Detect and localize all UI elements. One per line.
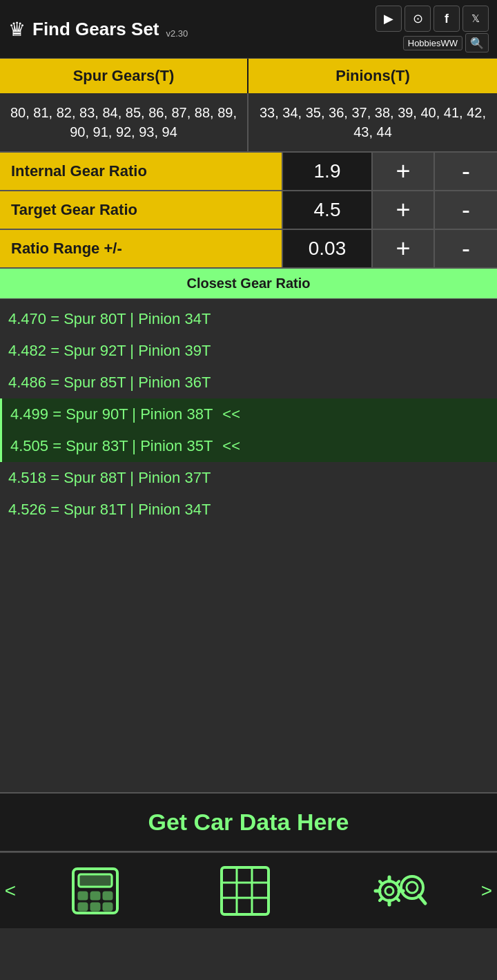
result-item-1[interactable]: 4.482 = Spur 92T | Pinion 39T <box>0 335 497 367</box>
gear-search-nav-button[interactable] <box>360 856 436 925</box>
result-text-2: 4.486 = Spur 85T | Pinion 36T <box>8 374 211 392</box>
calculator-nav-button[interactable] <box>61 856 130 925</box>
get-car-data-label: Get Car Data Here <box>148 809 349 835</box>
svg-point-15 <box>385 887 393 895</box>
spur-values: 80, 81, 82, 83, 84, 85, 86, 87, 88, 89, … <box>0 93 248 151</box>
svg-rect-1 <box>79 874 112 887</box>
ratio-range-label: Ratio Range +/- <box>0 230 283 267</box>
result-text-0: 4.470 = Spur 80T | Pinion 34T <box>8 310 211 328</box>
target-gear-ratio-label: Target Gear Ratio <box>0 191 283 229</box>
svg-rect-6 <box>79 903 87 910</box>
header-right: ▶ ⊙ f 𝕏 HobbiesWW 🔍 <box>376 6 489 52</box>
nav-right-arrow[interactable]: > <box>476 853 497 929</box>
result-text-1: 4.482 = Spur 92T | Pinion 39T <box>8 342 211 360</box>
result-text-4: 4.505 = Spur 83T | Pinion 35T <box>10 437 213 455</box>
result-item-0[interactable]: 4.470 = Spur 80T | Pinion 34T <box>0 303 497 335</box>
spacer <box>0 530 497 792</box>
svg-line-22 <box>396 881 399 884</box>
bottom-nav: < <box>0 852 497 928</box>
result-chevron-4: << <box>222 437 240 455</box>
result-chevron-3: << <box>222 405 240 423</box>
target-gear-ratio-row: Target Gear Ratio 4.5 + - <box>0 191 497 230</box>
target-gear-ratio-minus-button[interactable]: - <box>435 191 497 229</box>
nav-icons <box>21 853 476 928</box>
result-item-4[interactable]: 4.505 = Spur 83T | Pinion 35T<< <box>0 430 497 462</box>
svg-point-25 <box>407 882 418 893</box>
ratio-range-minus-button[interactable]: - <box>435 230 497 267</box>
nav-left-arrow[interactable]: < <box>0 853 21 929</box>
header-left: ♛ Find Gears Set v2.30 <box>8 18 188 41</box>
result-text-5: 4.518 = Spur 88T | Pinion 37T <box>8 469 211 487</box>
search-button[interactable]: 🔍 <box>465 33 489 52</box>
svg-line-20 <box>380 881 382 884</box>
internal-gear-ratio-row: Internal Gear Ratio 1.9 + - <box>0 153 497 191</box>
pinion-values: 33, 34, 35, 36, 37, 38, 39, 40, 41, 42, … <box>248 93 497 151</box>
facebook-icon[interactable]: f <box>433 6 460 32</box>
svg-line-26 <box>419 896 425 903</box>
grid-nav-button[interactable] <box>211 856 280 925</box>
twitter-icon[interactable]: 𝕏 <box>462 6 489 32</box>
internal-gear-ratio-label: Internal Gear Ratio <box>0 153 283 190</box>
ratio-range-plus-button[interactable]: + <box>373 230 435 267</box>
svg-rect-9 <box>222 867 269 914</box>
target-gear-ratio-value: 4.5 <box>283 191 373 229</box>
result-item-3[interactable]: 4.499 = Spur 90T | Pinion 38T<< <box>0 398 497 430</box>
gear-table-header: Spur Gears(T) Pinions(T) <box>0 59 497 93</box>
svg-line-23 <box>380 898 382 901</box>
target-gear-ratio-plus-button[interactable]: + <box>373 191 435 229</box>
pinions-header: Pinions(T) <box>248 59 497 93</box>
social-icons: ▶ ⊙ f 𝕏 <box>376 6 489 32</box>
app-header: ♛ Find Gears Set v2.30 ▶ ⊙ f 𝕏 HobbiesWW… <box>0 0 497 59</box>
crown-icon: ♛ <box>8 18 26 41</box>
svg-rect-3 <box>79 892 87 899</box>
svg-rect-5 <box>104 892 112 899</box>
svg-line-21 <box>396 898 399 901</box>
ratio-range-row: Ratio Range +/- 0.03 + - <box>0 230 497 269</box>
brand-label: HobbiesWW <box>403 36 462 50</box>
svg-rect-8 <box>104 903 112 910</box>
internal-gear-ratio-value: 1.9 <box>283 153 373 190</box>
get-car-data-button[interactable]: Get Car Data Here <box>0 792 497 852</box>
result-item-2[interactable]: 4.486 = Spur 85T | Pinion 36T <box>0 367 497 398</box>
result-item-5[interactable]: 4.518 = Spur 88T | Pinion 37T <box>0 462 497 494</box>
brand-row: HobbiesWW 🔍 <box>403 33 489 52</box>
gear-values-row: 80, 81, 82, 83, 84, 85, 86, 87, 88, 89, … <box>0 93 497 153</box>
ratio-range-value: 0.03 <box>283 230 373 267</box>
instagram-icon[interactable]: ⊙ <box>405 6 431 32</box>
results-list: 4.470 = Spur 80T | Pinion 34T4.482 = Spu… <box>0 299 497 530</box>
internal-gear-ratio-plus-button[interactable]: + <box>373 153 435 190</box>
closest-gear-ratio-header: Closest Gear Ratio <box>0 269 497 299</box>
svg-rect-4 <box>91 892 99 899</box>
result-item-6[interactable]: 4.526 = Spur 81T | Pinion 34T <box>0 494 497 526</box>
result-text-3: 4.499 = Spur 90T | Pinion 38T <box>10 405 213 423</box>
spur-gears-header: Spur Gears(T) <box>0 59 248 93</box>
svg-rect-7 <box>91 903 99 910</box>
result-text-6: 4.526 = Spur 81T | Pinion 34T <box>8 501 211 519</box>
app-title: Find Gears Set <box>32 19 159 40</box>
internal-gear-ratio-minus-button[interactable]: - <box>435 153 497 190</box>
youtube-icon[interactable]: ▶ <box>376 6 402 32</box>
version-label: v2.30 <box>166 28 188 39</box>
